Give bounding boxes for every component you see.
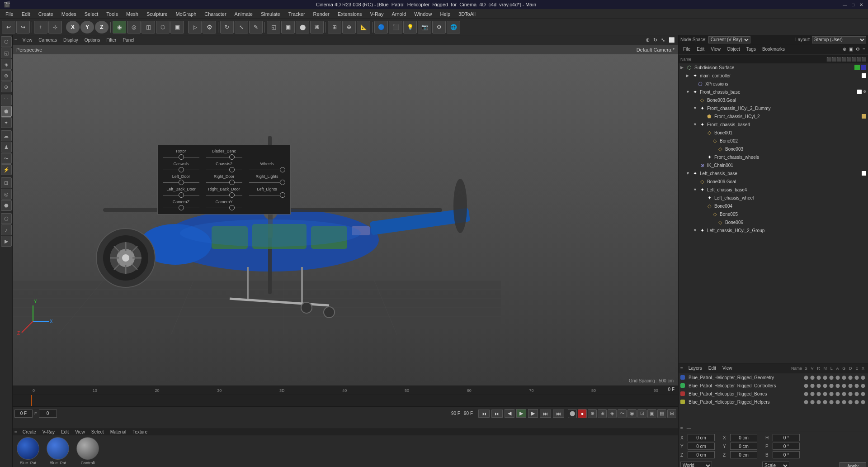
ctrl-v[interactable]: ⬤	[810, 383, 815, 388]
tool-effector[interactable]: ◎	[1, 189, 12, 200]
tool-generator[interactable]: ⊕	[1, 81, 12, 92]
coords-menu-icon[interactable]: ≡	[680, 425, 683, 430]
menu-sculpture[interactable]: Sculpture	[143, 10, 171, 18]
tool-sound[interactable]: ♪	[1, 224, 12, 235]
mat-texture[interactable]: Texture	[130, 429, 150, 435]
menu-arnold[interactable]: Arnold	[388, 10, 410, 18]
menu-edit[interactable]: Edit	[18, 10, 34, 18]
tree-item-left-chassis[interactable]: ▼ ✦ Left_chassis_base	[679, 169, 868, 177]
geo-a[interactable]: ⬤	[835, 375, 840, 380]
toolbar-mode-y[interactable]: Y	[80, 21, 94, 33]
material-swatch-blue2[interactable]: Blue_Pat	[44, 437, 71, 465]
rp-tab-edit[interactable]: Edit	[694, 46, 707, 52]
toolbar-web[interactable]: 🌐	[447, 21, 460, 33]
rp-icon-add[interactable]: ⊕	[842, 47, 847, 52]
toolbar-snap[interactable]: ⊕	[342, 21, 356, 33]
h-input[interactable]	[773, 434, 800, 441]
mat-create[interactable]: Create	[20, 429, 39, 435]
hlp-s[interactable]: ⬤	[804, 400, 808, 404]
tool-fields[interactable]: ⬣	[1, 200, 12, 211]
menu-animate[interactable]: Animate	[231, 10, 256, 18]
z-rot-input[interactable]	[730, 451, 757, 458]
toolbar-redo[interactable]: ↪	[16, 21, 30, 33]
menu-extensions[interactable]: Extensions	[334, 10, 366, 18]
ctrl-a[interactable]: ⬤	[835, 383, 840, 388]
toolbar-scale[interactable]: ⤡	[235, 21, 248, 33]
hlp-r[interactable]: ⬤	[816, 400, 821, 404]
x-rot-input[interactable]	[730, 434, 757, 441]
vp-icon-rotate[interactable]: ↻	[652, 37, 659, 43]
timeline-track[interactable]	[13, 395, 678, 406]
vp-icon-zoom[interactable]: ⤡	[660, 37, 666, 43]
vp-view[interactable]: View	[20, 37, 35, 43]
apply-button[interactable]: Apply	[840, 462, 866, 467]
hlp-e[interactable]: ⬤	[854, 400, 859, 404]
hlp-m[interactable]: ⬤	[823, 400, 827, 404]
mat-select[interactable]: Select	[89, 429, 107, 435]
transport-prev-frame[interactable]: ◀	[505, 409, 514, 418]
vp-menu-icon[interactable]: ≡	[14, 38, 17, 43]
rp-icon-expand[interactable]: ≡	[862, 47, 866, 52]
tree-item-front-base4[interactable]: ▼ ✦ Front_chassis_base4	[679, 120, 868, 129]
y-rot-input[interactable]	[730, 443, 757, 450]
tree-item-left-base4[interactable]: ▼ ✦ Left_chassis_base4	[679, 186, 868, 194]
close-button[interactable]: ✕	[858, 1, 864, 8]
layers-edit[interactable]: Edit	[706, 365, 719, 371]
material-swatch-control[interactable]: Controli	[74, 437, 101, 465]
vp-filter[interactable]: Filter	[104, 37, 119, 43]
toolbar-cursor[interactable]: ⊹	[48, 21, 62, 33]
tool-deform[interactable]: ⊛	[1, 70, 12, 81]
toolbar-poly-tool[interactable]: ⬡	[156, 21, 170, 33]
rp-icon-filter[interactable]: ▣	[848, 47, 854, 52]
tree-item-bone001[interactable]: ▶ ◇ Bone001	[679, 129, 868, 137]
geo-d[interactable]: ⬤	[848, 375, 853, 380]
menu-3dtoall[interactable]: 3DToAll	[455, 10, 479, 18]
tree-item-front-dummy[interactable]: ▼ ✦ Front_chassis_HCyl_2_Dummy	[679, 104, 868, 112]
tree-item-front-chassis[interactable]: ▼ ✦ Front_chassis_base ⚙	[679, 88, 868, 96]
tree-item-xpressions[interactable]: ▶ ⬠ XPressions	[679, 80, 868, 88]
bon-v[interactable]: ⬤	[810, 391, 815, 396]
rp-tab-view[interactable]: View	[708, 46, 723, 52]
world-select[interactable]: World Object	[680, 462, 712, 467]
tool-polygon[interactable]: ⬟	[1, 106, 12, 117]
menu-window[interactable]: Window	[410, 10, 435, 18]
tree-item-bone002[interactable]: ▶ ◇ Bone002	[679, 137, 868, 145]
toolbar-mode-x[interactable]: X	[66, 21, 80, 33]
vp-icon-maximize[interactable]: ⬜	[667, 37, 676, 43]
toolbar-play[interactable]: ▷	[188, 21, 202, 33]
play-all[interactable]: ◉	[627, 409, 637, 418]
tool-character[interactable]: ♟	[1, 142, 12, 152]
layers-view[interactable]: View	[720, 365, 735, 371]
toolbar-grid[interactable]: ⊞	[328, 21, 341, 33]
menu-vray[interactable]: V-Ray	[367, 10, 387, 18]
toolbar-undo[interactable]: ↩	[2, 21, 15, 33]
geo-g[interactable]: ⬤	[842, 375, 846, 380]
menu-help[interactable]: Help	[436, 10, 454, 18]
tree-item-subdivision[interactable]: ▶ ⬡ Subdivision Surface	[679, 63, 868, 71]
toolbar-camera[interactable]: 📷	[418, 21, 431, 33]
bon-d[interactable]: ⬤	[848, 391, 853, 396]
curve-btn[interactable]: 〜	[618, 409, 627, 418]
vp-display[interactable]: Display	[61, 37, 81, 43]
menu-mesh[interactable]: Mesh	[123, 10, 142, 18]
tool-scene-obj[interactable]: ☁	[1, 130, 12, 141]
vp-cameras[interactable]: Cameras	[36, 37, 60, 43]
toolbar-lasso[interactable]: ◱	[267, 21, 280, 33]
bon-l[interactable]: ⬤	[829, 391, 834, 396]
toolbar-measure[interactable]: 📐	[357, 21, 370, 33]
toolbar-mode-z[interactable]: Z	[95, 21, 108, 33]
mat-menu-icon[interactable]: ≡	[14, 429, 17, 434]
layer-controllers[interactable]: Blue_Patrol_Helicopter_Rigged_Controller…	[679, 381, 868, 390]
hlp-a[interactable]: ⬤	[835, 400, 840, 404]
geo-x[interactable]: ⬤	[861, 375, 865, 380]
transport-prev-key[interactable]: ⏭	[491, 410, 503, 418]
ctrl-l[interactable]: ⬤	[829, 383, 834, 388]
viewport[interactable]: Perspective Default Camera.*	[13, 45, 678, 386]
bon-s[interactable]: ⬤	[804, 391, 808, 396]
rp-tab-bookmarks[interactable]: Bookmarks	[760, 46, 788, 52]
ctrl-g[interactable]: ⬤	[842, 383, 846, 388]
ctrl-s[interactable]: ⬤	[804, 383, 808, 388]
menu-mograph[interactable]: MoGraph	[172, 10, 200, 18]
toolbar-magnet[interactable]: ⌘	[310, 21, 324, 33]
minimize-button[interactable]: —	[842, 1, 848, 8]
